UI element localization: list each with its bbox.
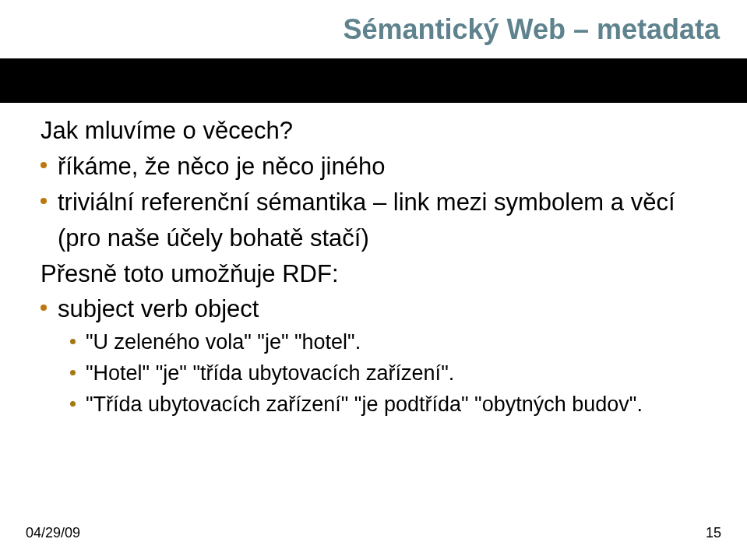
bullet-icon	[70, 370, 76, 375]
bullet-icon	[41, 305, 47, 311]
footer-date: 04/29/09	[26, 525, 80, 541]
title-bar: Sémantický Web – metadata	[0, 0, 747, 58]
text: "U zeleného vola" "je" "hotel".	[86, 327, 361, 358]
content-line: "U zeleného vola" "je" "hotel".	[41, 327, 708, 358]
text: "Třída ubytovacích zařízení" "je podtříd…	[86, 389, 643, 421]
bullet-icon	[41, 198, 47, 204]
content-line: triviální referenční sémantika – link me…	[41, 185, 708, 256]
text: Přesně toto umožňuje RDF:	[41, 256, 339, 292]
content-line: říkáme, že něco je něco jiného	[41, 149, 708, 185]
bullet-icon	[70, 401, 76, 407]
content-line: "Třída ubytovacích zařízení" "je podtříd…	[41, 389, 708, 421]
content-line: Jak mluvíme o věcech?	[41, 113, 708, 149]
bullet-icon	[41, 162, 47, 168]
content-line: subject verb object	[41, 291, 708, 327]
text: triviální referenční sémantika – link me…	[58, 185, 708, 256]
text: říkáme, že něco je něco jiného	[58, 149, 385, 185]
content-line: Přesně toto umožňuje RDF:	[41, 256, 708, 292]
slide: Sémantický Web – metadata Jak mluvíme o …	[0, 0, 747, 560]
bullet-icon	[70, 339, 76, 344]
footer-page-number: 15	[706, 525, 721, 541]
text: subject verb object	[58, 291, 259, 327]
content-line: "Hotel" "je" "třída ubytovacích zařízení…	[41, 358, 708, 389]
slide-title: Sémantický Web – metadata	[343, 13, 720, 46]
text: Jak mluvíme o věcech?	[41, 113, 293, 149]
header-black-bar	[0, 58, 747, 103]
slide-content: Jak mluvíme o věcech? říkáme, že něco je…	[41, 113, 708, 421]
text: "Hotel" "je" "třída ubytovacích zařízení…	[86, 358, 454, 389]
